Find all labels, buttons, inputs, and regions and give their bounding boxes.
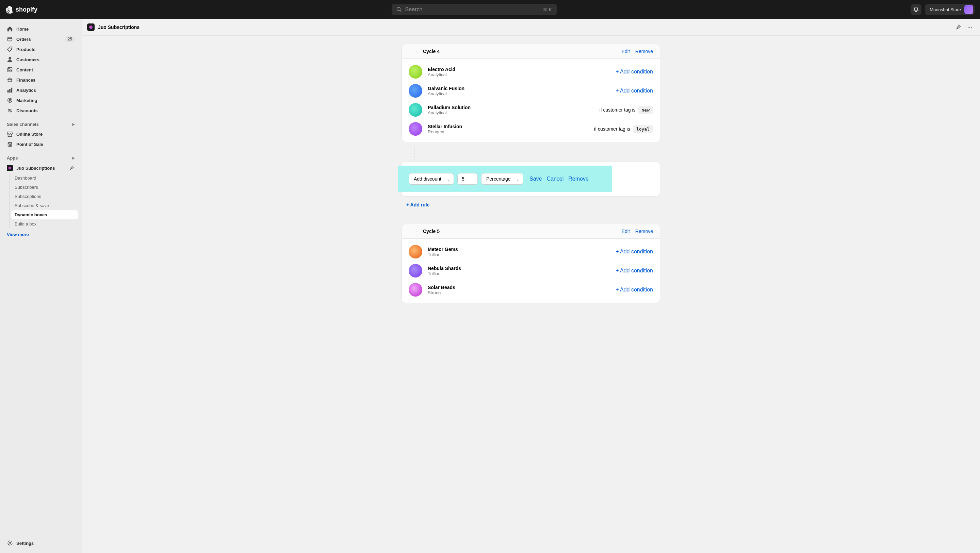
product-variant: Trilliant [428, 252, 458, 257]
nav-home[interactable]: Home [3, 24, 78, 34]
svg-point-0 [397, 8, 400, 11]
app-juo-subscriptions[interactable]: Juo Subscriptions [3, 162, 78, 173]
customers-icon [7, 56, 13, 63]
discount-unit-select[interactable]: Percentage [481, 173, 523, 185]
subitem-subscriptions[interactable]: Subscriptions [11, 192, 78, 201]
bell-icon [913, 6, 919, 13]
pin-page-button[interactable] [953, 22, 963, 32]
page-header: Juo Subscriptions [82, 19, 980, 36]
drag-handle-icon[interactable]: ⋮⋮ [409, 229, 419, 234]
app-icon [7, 165, 13, 171]
svg-point-22 [9, 542, 11, 544]
gear-icon [7, 540, 13, 546]
discount-value-input[interactable] [457, 173, 478, 185]
add-condition-button[interactable]: + Add condition [616, 88, 653, 94]
subitem-dynamic-boxes[interactable]: Dynamic boxes [11, 210, 78, 219]
subitem-subscribers[interactable]: Subscribers [11, 183, 78, 192]
product-avatar [409, 283, 422, 297]
more-actions-button[interactable] [965, 22, 975, 32]
content-icon [7, 67, 13, 73]
svg-rect-8 [9, 89, 11, 92]
remove-cycle-button[interactable]: Remove [635, 229, 653, 234]
subitem-dashboard[interactable]: Dashboard [11, 173, 78, 183]
product-name: Nebula Shards [428, 265, 461, 271]
svg-rect-17 [8, 143, 11, 144]
product-avatar [409, 264, 422, 278]
channel-online-store[interactable]: Online Store [3, 129, 78, 139]
nav-label: Settings [16, 541, 34, 546]
search-input[interactable]: Search ⌘ K [392, 4, 557, 15]
cycle-title: Cycle 5 [423, 229, 440, 234]
nav-label: Orders [16, 37, 31, 42]
page-app-icon [87, 24, 95, 31]
nav-settings[interactable]: Settings [3, 538, 78, 548]
svg-point-12 [10, 100, 10, 101]
nav-finances[interactable]: Finances [3, 75, 78, 85]
top-bar: shopify Search ⌘ K Moonshot Store [0, 0, 980, 19]
nav-label: Customers [16, 57, 40, 62]
store-menu-button[interactable]: Moonshot Store [925, 4, 975, 15]
brand-logo[interactable]: shopify [5, 5, 37, 14]
svg-point-3 [11, 48, 11, 49]
svg-point-21 [10, 146, 11, 146]
product-row: Palladium Solution Analytical if custome… [409, 100, 653, 119]
pos-icon [7, 141, 13, 147]
add-condition-button[interactable]: + Add condition [616, 69, 653, 75]
save-button[interactable]: Save [530, 176, 542, 182]
add-condition-button[interactable]: + Add condition [616, 268, 653, 274]
pin-icon[interactable] [68, 165, 75, 172]
condition-tag: loyal [633, 125, 653, 133]
product-name: Galvanic Fusion [428, 86, 465, 91]
add-rule-button[interactable]: + Add rule [401, 197, 434, 213]
svg-line-1 [400, 10, 401, 11]
svg-line-15 [8, 109, 11, 112]
nav-content[interactable]: Content [3, 65, 78, 75]
nav-label: Discounts [16, 108, 38, 113]
subitem-subscribe-save[interactable]: Subscribe & save [11, 201, 78, 210]
nav-orders[interactable]: Orders 25 [3, 34, 78, 44]
apps-header[interactable]: Apps ▶ [3, 153, 78, 162]
nav-analytics[interactable]: Analytics [3, 85, 78, 95]
search-placeholder: Search [405, 6, 423, 13]
remove-cycle-button[interactable]: Remove [635, 49, 653, 54]
cycle-title: Cycle 4 [423, 49, 440, 54]
edit-cycle-button[interactable]: Edit [622, 229, 630, 234]
view-more-link[interactable]: View more [3, 229, 78, 240]
add-condition-button[interactable]: + Add condition [616, 287, 653, 293]
product-name: Stellar Infusion [428, 124, 462, 129]
channel-pos[interactable]: Point of Sale [3, 139, 78, 149]
drag-handle-icon[interactable]: ⋮⋮ [409, 49, 419, 54]
product-name: Electro Acid [428, 67, 455, 72]
remove-button[interactable]: Remove [568, 176, 589, 182]
channel-label: Point of Sale [16, 142, 43, 147]
nav-label: Analytics [16, 88, 36, 93]
product-avatar [409, 245, 422, 259]
analytics-icon [7, 87, 13, 93]
svg-point-4 [8, 57, 11, 59]
notifications-button[interactable] [911, 4, 921, 15]
edit-cycle-button[interactable]: Edit [622, 49, 630, 54]
cycle-card: ⋮⋮ Cycle 5 Edit Remove [401, 224, 660, 303]
nav-label: Finances [16, 78, 35, 83]
svg-rect-7 [8, 90, 9, 92]
nav-discounts[interactable]: Discounts [3, 105, 78, 116]
product-variant: Strong [428, 290, 455, 295]
home-icon [7, 26, 13, 32]
discount-type-select[interactable]: Add discount [409, 173, 454, 185]
condition-display: if customer tag is new [600, 106, 653, 114]
add-condition-button[interactable]: + Add condition [616, 249, 653, 255]
chevron-right-icon: ▶ [72, 122, 75, 127]
nav-label: Products [16, 47, 35, 52]
cancel-button[interactable]: Cancel [546, 176, 563, 182]
condition-prefix: if customer tag is [594, 126, 630, 132]
nav-customers[interactable]: Customers [3, 54, 78, 65]
nav-label: Marketing [16, 98, 37, 103]
nav-products[interactable]: Products [3, 44, 78, 54]
sidebar: Home Orders 25 Products Customers Conten… [0, 19, 82, 553]
svg-point-6 [8, 68, 10, 69]
subitem-build-box[interactable]: Build a box [11, 219, 78, 229]
marketing-icon [7, 97, 13, 103]
product-variant: Analytical [428, 110, 471, 115]
nav-marketing[interactable]: Marketing [3, 95, 78, 105]
sales-channels-header[interactable]: Sales channels ▶ [3, 120, 78, 129]
